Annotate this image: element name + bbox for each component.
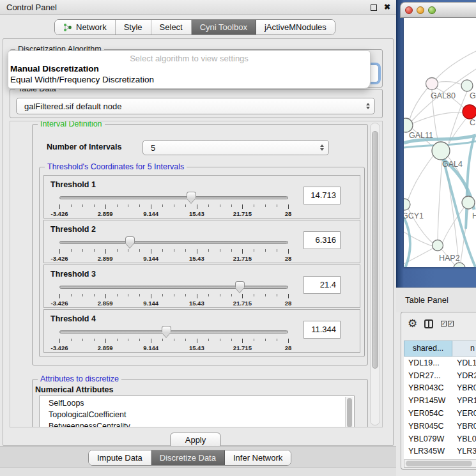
node-label: GAL4 bbox=[442, 160, 463, 169]
network-node-gal11[interactable] bbox=[404, 118, 413, 132]
select-none-checkbox-icon[interactable]: ✓ bbox=[448, 321, 454, 326]
network-edge-highlighted[interactable] bbox=[404, 217, 410, 267]
table-horizontal-scrollbar[interactable] bbox=[404, 459, 476, 468]
tab-discretize-data[interactable]: Discretize Data bbox=[151, 450, 225, 465]
gear-icon[interactable]: ⚙ bbox=[408, 318, 417, 329]
table-panel-titlebar: Table Panel bbox=[396, 288, 476, 312]
numerical-attributes-list[interactable]: SelfLoopsTopologicalCoefficientBetweenne… bbox=[39, 395, 355, 427]
algorithm-dropdown-popup: Select algorithm to view settings Manual… bbox=[8, 50, 371, 89]
table-data-combobox[interactable]: galFiltered.sif default node bbox=[16, 98, 375, 114]
tab-cyni-toolbox[interactable]: Cyni Toolbox bbox=[192, 20, 256, 35]
table-row[interactable]: YBR043CYBR0 bbox=[404, 382, 476, 395]
network-node-gal80[interactable] bbox=[426, 78, 438, 90]
slider-track[interactable] bbox=[59, 241, 288, 244]
dropdown-option-equal-width-frequency[interactable]: Equal Width/Frequency Discretization bbox=[8, 74, 370, 85]
node-label: C bbox=[470, 118, 475, 127]
float-window-icon[interactable] bbox=[371, 4, 377, 11]
threshold-slider[interactable]: -3.4262.8599.14415.4321.71528 bbox=[59, 325, 288, 351]
network-edge[interactable] bbox=[438, 160, 442, 240]
settings-scroll-viewport: Interval Definition Number of Intervals … bbox=[10, 121, 383, 427]
select-all-checkbox-icon[interactable]: ✓ bbox=[441, 321, 447, 326]
slider-track[interactable] bbox=[59, 330, 288, 334]
slider-thumb[interactable] bbox=[235, 281, 245, 288]
thresholds-group: Threshold's Coordinates for 5 Intervals … bbox=[39, 167, 365, 357]
threshold-slider[interactable]: -3.4262.8599.14415.4321.71528 bbox=[59, 280, 288, 306]
cell-name[interactable]: YBR0 bbox=[454, 422, 476, 431]
network-node-g[interactable] bbox=[461, 80, 473, 91]
threshold-value-field[interactable]: 14.713 bbox=[303, 187, 341, 204]
network-node-gcy1[interactable] bbox=[404, 199, 410, 210]
attribute-list-item[interactable]: BetweennessCentrality bbox=[49, 420, 354, 427]
cell-shared-name[interactable]: YER054C bbox=[404, 409, 454, 418]
threshold-value-field[interactable]: 6.316 bbox=[303, 231, 341, 249]
cell-name[interactable]: YPR1 bbox=[454, 396, 476, 405]
slider-track[interactable] bbox=[59, 286, 288, 289]
cell-name[interactable]: YLR3 bbox=[454, 447, 476, 456]
attribute-list-item[interactable]: SelfLoops bbox=[49, 397, 354, 409]
column-header-name[interactable]: n bbox=[452, 341, 476, 357]
number-of-intervals-combobox[interactable]: 5 bbox=[142, 140, 329, 155]
slider-thumb[interactable] bbox=[125, 236, 135, 243]
list-scrollbar[interactable] bbox=[345, 397, 353, 427]
tab-infer-network[interactable]: Infer Network bbox=[225, 450, 291, 465]
cell-shared-name[interactable]: YBR043C bbox=[404, 383, 454, 392]
network-node-gal4[interactable] bbox=[432, 142, 450, 160]
tab-style[interactable]: Style bbox=[116, 20, 151, 35]
network-node-h[interactable] bbox=[462, 196, 475, 209]
columns-icon[interactable] bbox=[424, 319, 433, 328]
tab-select[interactable]: Select bbox=[151, 20, 192, 35]
scrollbar-thumb[interactable] bbox=[406, 461, 472, 466]
dropdown-option-manual-discretization[interactable]: Manual Discretization bbox=[8, 63, 370, 74]
table-row[interactable]: YER054CYER0 bbox=[404, 407, 476, 420]
cell-shared-name[interactable]: YDL19... bbox=[404, 358, 454, 367]
table-row[interactable]: YLR345WYLR3 bbox=[404, 445, 476, 458]
threshold-value-field[interactable]: 11.344 bbox=[303, 321, 341, 339]
cell-name[interactable]: YBR0 bbox=[454, 383, 476, 392]
network-node-c[interactable] bbox=[463, 105, 476, 119]
threshold-label: Threshold 4 bbox=[50, 314, 96, 323]
table-row[interactable]: YDR27...YDR2 bbox=[404, 369, 476, 382]
attribute-list-item[interactable]: TopologicalCoefficient bbox=[49, 409, 354, 420]
slider-track[interactable] bbox=[59, 196, 288, 199]
number-of-intervals-label: Number of Intervals bbox=[47, 142, 121, 151]
minimize-traffic-light-icon[interactable] bbox=[417, 6, 424, 14]
network-edge[interactable] bbox=[410, 88, 427, 119]
network-node[interactable] bbox=[454, 263, 465, 267]
cell-name[interactable]: YDL1 bbox=[454, 358, 476, 367]
cell-shared-name[interactable]: YDR27... bbox=[404, 371, 454, 380]
slider-thumb[interactable] bbox=[187, 192, 196, 198]
slider-thumb[interactable] bbox=[162, 326, 171, 332]
tab-network[interactable]: Network bbox=[55, 20, 116, 35]
network-edge[interactable] bbox=[449, 118, 466, 144]
network-window-titlebar[interactable] bbox=[400, 2, 476, 18]
table-body: YDL19...YDL1YDR27...YDR2YBR043CYBR0YPR14… bbox=[404, 357, 476, 459]
cell-name[interactable]: YDR2 bbox=[454, 371, 476, 380]
numerical-attributes-label: Numerical Attributes bbox=[35, 385, 113, 394]
cell-shared-name[interactable]: YLR345W bbox=[404, 447, 454, 456]
table-row[interactable]: YDL19...YDL1 bbox=[404, 357, 476, 369]
close-traffic-light-icon[interactable] bbox=[405, 6, 413, 14]
cell-shared-name[interactable]: YPR145W bbox=[404, 396, 454, 405]
cell-shared-name[interactable]: YBR045C bbox=[404, 422, 454, 431]
threshold-value-field[interactable]: 21.4 bbox=[303, 276, 341, 294]
panel-vertical-scrollbar[interactable] bbox=[370, 123, 380, 426]
table-row[interactable]: YPR145WYPR1 bbox=[404, 394, 476, 407]
table-row[interactable]: YBL079WYBL0 bbox=[404, 433, 476, 445]
threshold-slider[interactable]: -3.4262.8599.14415.4321.71528 bbox=[59, 236, 288, 261]
network-edge[interactable] bbox=[436, 51, 476, 79]
scrollbar-thumb[interactable] bbox=[372, 131, 378, 369]
table-row[interactable]: YBR045CYBR0 bbox=[404, 420, 476, 433]
cell-name[interactable]: YER0 bbox=[454, 409, 476, 418]
threshold-slider[interactable]: -3.4262.8599.14415.4321.71528 bbox=[59, 191, 288, 217]
network-node-hap2[interactable] bbox=[433, 240, 443, 251]
cell-shared-name[interactable]: YBL079W bbox=[404, 434, 454, 443]
zoom-traffic-light-icon[interactable] bbox=[428, 6, 436, 14]
network-edge[interactable] bbox=[408, 156, 433, 201]
tab-impute-data[interactable]: Impute Data bbox=[89, 450, 151, 465]
tab-jactivemnodules[interactable]: jActiveMNodules bbox=[256, 20, 335, 35]
threshold-2-panel: Threshold 2 -3.4262.8599.14415.4321.7152… bbox=[43, 220, 360, 263]
cell-name[interactable]: YBL0 bbox=[454, 434, 476, 443]
column-header-shared-name[interactable]: shared... bbox=[404, 341, 452, 357]
network-canvas[interactable]: GAL80GCGAL11GAL4GCY1HHAP2 bbox=[404, 18, 476, 267]
close-icon[interactable]: ✖ bbox=[384, 3, 390, 12]
